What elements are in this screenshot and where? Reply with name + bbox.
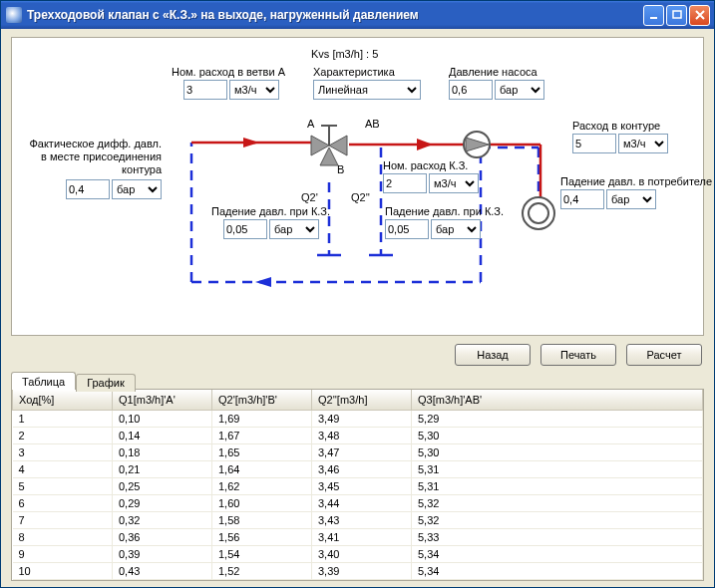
- loop-flow-unit[interactable]: м3/ч: [618, 134, 668, 153]
- nom-kz-label: Ном. расход К.З.: [383, 159, 468, 171]
- maximize-icon: [672, 10, 682, 20]
- table-cell: 3,46: [312, 460, 412, 477]
- cons-dp-input[interactable]: [560, 189, 604, 209]
- fact-dp-input[interactable]: [66, 179, 110, 199]
- minimize-button[interactable]: [643, 5, 664, 26]
- client-area: Kvs [m3/h] : 5 Ном. расход в ветви A м3/…: [1, 29, 714, 587]
- print-button[interactable]: Печать: [540, 344, 616, 366]
- table-cell: 7: [13, 511, 113, 528]
- branch-a-unit[interactable]: м3/ч: [229, 80, 279, 100]
- loop-flow-input[interactable]: [572, 134, 616, 153]
- char-label: Характеристика: [313, 66, 395, 78]
- table-cell: 0,10: [113, 410, 212, 427]
- table-cell: 3,47: [312, 443, 412, 460]
- table-cell: 5,31: [412, 460, 703, 477]
- svg-point-14: [523, 197, 554, 229]
- svg-marker-13: [466, 138, 489, 151]
- branch-a-label: Ном. расход в ветви A: [172, 66, 285, 78]
- table-cell: 5,30: [412, 427, 703, 443]
- table-row[interactable]: 60,291,603,445,32: [13, 494, 703, 511]
- table-cell: 1,67: [212, 427, 312, 443]
- table-cell: 5,35: [412, 579, 703, 581]
- tab-chart[interactable]: График: [76, 374, 136, 392]
- table-row[interactable]: 70,321,583,435,32: [13, 511, 703, 528]
- table-cell: 11: [13, 579, 113, 581]
- close-button[interactable]: [689, 5, 710, 26]
- table-cell: 0,36: [113, 528, 212, 545]
- table-cell: 3,39: [312, 562, 412, 579]
- drop-kz-left-label: Падение давл. при К.З.: [211, 205, 330, 217]
- table-row[interactable]: 40,211,643,465,31: [13, 460, 703, 477]
- tag-ab: AB: [365, 118, 380, 130]
- drop-kz-right-unit[interactable]: бар: [431, 219, 481, 239]
- char-group: Линейная: [313, 80, 421, 100]
- tag-a: A: [307, 118, 314, 130]
- table-row[interactable]: 110,471,513,385,35: [13, 579, 703, 581]
- tab-table[interactable]: Таблица: [11, 372, 76, 390]
- fact-dp-l1: Фактическое дифф. давл.: [22, 138, 162, 149]
- pump-input[interactable]: [449, 80, 493, 100]
- drop-kz-right-label: Падение давл. при К.З.: [385, 205, 504, 217]
- cons-dp-unit[interactable]: бар: [606, 189, 656, 209]
- loop-flow-group: м3/ч: [572, 134, 668, 153]
- table-cell: 1,69: [212, 410, 312, 427]
- close-icon: [695, 10, 705, 20]
- pump-unit[interactable]: бар: [495, 80, 544, 100]
- table-cell: 0,25: [113, 477, 212, 494]
- table-cell: 5,32: [412, 494, 703, 511]
- col-header[interactable]: Q2''[m3/h]: [312, 390, 412, 410]
- titlebar[interactable]: Трехходовой клапан с «К.З.» на выходе, н…: [1, 1, 714, 29]
- maximize-button[interactable]: [666, 5, 687, 26]
- table-row[interactable]: 50,251,623,455,31: [13, 477, 703, 494]
- table-row[interactable]: 10,101,693,495,29: [13, 410, 703, 427]
- table-row[interactable]: 90,391,543,405,34: [13, 545, 703, 562]
- drop-kz-right-input[interactable]: [385, 219, 429, 239]
- fact-dp-unit[interactable]: бар: [112, 179, 162, 199]
- fact-dp-l2: в месте присоединения: [22, 150, 162, 162]
- col-header[interactable]: Q2'[m3/h]'B': [212, 390, 312, 410]
- table-cell: 1,60: [212, 494, 312, 511]
- nom-kz-input[interactable]: [383, 173, 427, 193]
- svg-point-12: [464, 132, 490, 157]
- svg-marker-6: [255, 277, 271, 287]
- results-table: Ход[%]Q1[m3/h]'A'Q2'[m3/h]'B'Q2''[m3/h]Q…: [12, 390, 703, 581]
- table-row[interactable]: 20,141,673,485,30: [13, 427, 703, 443]
- app-icon: [6, 7, 22, 23]
- drop-kz-right-group: бар: [385, 219, 481, 239]
- table-row[interactable]: 100,431,523,395,34: [13, 562, 703, 579]
- calc-button[interactable]: Расчет: [626, 344, 702, 366]
- table-cell: 3,38: [312, 579, 412, 581]
- results-area: Таблица График Ход[%]Q1[m3/h]'A'Q2'[m3/h…: [11, 372, 704, 581]
- back-button[interactable]: Назад: [455, 344, 531, 366]
- table-cell: 3,40: [312, 545, 412, 562]
- nom-kz-unit[interactable]: м3/ч: [429, 173, 479, 193]
- table-row[interactable]: 80,361,563,415,33: [13, 528, 703, 545]
- table-cell: 1,56: [212, 528, 312, 545]
- drop-kz-left-group: бар: [223, 219, 319, 239]
- char-select[interactable]: Линейная: [313, 80, 421, 100]
- table-cell: 10: [13, 562, 113, 579]
- table-cell: 1,54: [212, 545, 312, 562]
- table-cell: 8: [13, 528, 113, 545]
- col-header[interactable]: Q3[m3/h]'AB': [412, 390, 703, 410]
- table-cell: 9: [13, 545, 113, 562]
- nom-kz-group: м3/ч: [383, 173, 479, 193]
- col-header[interactable]: Q1[m3/h]'A': [113, 390, 212, 410]
- cons-dp-group: бар: [560, 189, 656, 209]
- table-cell: 1: [13, 410, 113, 427]
- minimize-icon: [649, 10, 659, 20]
- table-cell: 0,29: [113, 494, 212, 511]
- table-row[interactable]: 30,181,653,475,30: [13, 443, 703, 460]
- branch-a-input[interactable]: [183, 80, 227, 100]
- fact-dp-l3: контура: [22, 163, 162, 175]
- table-cell: 3,41: [312, 528, 412, 545]
- col-header[interactable]: Ход[%]: [13, 390, 113, 410]
- drop-kz-left-unit[interactable]: бар: [269, 219, 319, 239]
- table-cell: 5,32: [412, 511, 703, 528]
- app-window: Трехходовой клапан с «К.З.» на выходе, н…: [0, 0, 715, 588]
- drop-kz-left-input[interactable]: [223, 219, 267, 239]
- svg-point-15: [529, 203, 548, 223]
- table-cell: 5,34: [412, 545, 703, 562]
- svg-marker-7: [311, 136, 329, 155]
- pump-group: бар: [449, 80, 544, 100]
